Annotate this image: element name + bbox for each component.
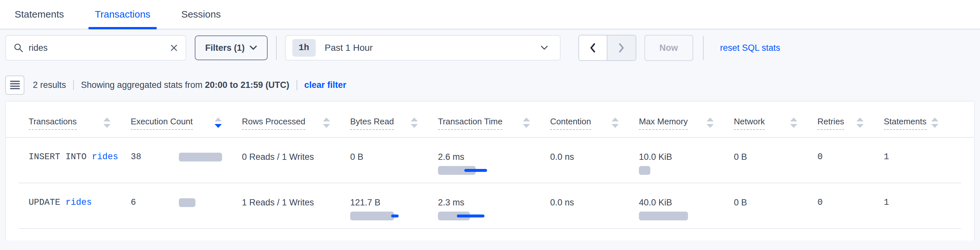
column-header-transactions[interactable]: Transactions bbox=[29, 117, 131, 137]
max-memory-cell: 10.0 KiB bbox=[639, 138, 734, 183]
column-header-network[interactable]: Network bbox=[734, 117, 818, 137]
column-header-label[interactable]: Execution Count bbox=[131, 117, 193, 130]
column-header-label[interactable]: Bytes Read bbox=[350, 117, 394, 130]
transactions-table: TransactionsExecution CountRows Processe… bbox=[5, 101, 975, 240]
chevron-right-icon bbox=[617, 42, 625, 53]
transaction-time-cell: 2.6 ms bbox=[438, 138, 550, 183]
column-header-bytes-read[interactable]: Bytes Read bbox=[350, 117, 438, 137]
sort-icon[interactable] bbox=[611, 117, 619, 128]
previous-time-range-button[interactable] bbox=[579, 35, 608, 60]
tab-sessions[interactable]: Sessions bbox=[175, 0, 227, 29]
divider bbox=[296, 80, 297, 90]
column-header-execution-count[interactable]: Execution Count bbox=[131, 117, 242, 137]
table-row: INSERT INTO rides380 Reads / 1 Writes0 B… bbox=[6, 138, 974, 183]
filters-button[interactable]: Filters (1) bbox=[195, 35, 267, 60]
contention-value: 0.0 ns bbox=[550, 197, 639, 208]
column-header-statements[interactable]: Statements bbox=[884, 117, 959, 137]
column-header-label[interactable]: Max Memory bbox=[639, 117, 688, 130]
sort-icon[interactable] bbox=[706, 117, 714, 128]
network-cell: 0 B bbox=[734, 183, 818, 229]
now-button[interactable]: Now bbox=[644, 35, 693, 61]
column-header-contention[interactable]: Contention bbox=[550, 117, 639, 137]
execution-count-cell: 38 bbox=[131, 138, 242, 183]
divider bbox=[73, 80, 74, 90]
transaction-time-bar bbox=[438, 212, 550, 220]
search-box[interactable] bbox=[5, 35, 186, 61]
column-selector-button[interactable] bbox=[5, 75, 24, 95]
execution-count-line: 6 bbox=[131, 197, 242, 207]
next-time-range-button[interactable] bbox=[608, 35, 636, 60]
search-input[interactable] bbox=[29, 43, 170, 53]
column-header-label[interactable]: Transactions bbox=[29, 117, 77, 130]
bar-gray bbox=[639, 212, 688, 220]
tab-label: Statements bbox=[14, 9, 64, 20]
execution-count-bar bbox=[179, 153, 222, 162]
sort-icon[interactable] bbox=[789, 117, 798, 128]
sort-icon[interactable] bbox=[856, 117, 864, 128]
sort-icon[interactable] bbox=[931, 117, 939, 128]
execution-count-value: 6 bbox=[131, 197, 179, 207]
column-header-transaction-time[interactable]: Transaction Time bbox=[438, 117, 550, 137]
transaction-time-cell: 2.3 ms bbox=[438, 183, 550, 229]
tab-label: Sessions bbox=[181, 9, 221, 20]
column-header-max-memory[interactable]: Max Memory bbox=[639, 117, 734, 137]
max-memory-value: 10.0 KiB bbox=[639, 152, 734, 162]
sort-icon[interactable] bbox=[522, 117, 531, 128]
transaction-fingerprint-link[interactable]: rides bbox=[65, 197, 92, 207]
column-header-retries[interactable]: Retries bbox=[818, 117, 884, 137]
column-header-label[interactable]: Retries bbox=[818, 117, 844, 130]
close-icon[interactable] bbox=[170, 44, 178, 52]
bytes-read-bar bbox=[350, 212, 438, 220]
divider bbox=[703, 36, 704, 60]
execution-count-cell: 6 bbox=[131, 183, 242, 229]
sort-icon[interactable] bbox=[322, 117, 331, 128]
search-icon bbox=[14, 43, 24, 53]
clear-filter-link[interactable]: clear filter bbox=[304, 80, 346, 90]
statements-cell: 1 bbox=[884, 138, 959, 183]
sql-activity-page: Statements Transactions Sessions bbox=[0, 0, 980, 250]
max-memory-bar bbox=[639, 212, 734, 220]
reset-sql-stats-link[interactable]: reset SQL stats bbox=[720, 43, 780, 53]
table-row: UPDATE rides61 Reads / 1 Writes121.7 B2.… bbox=[6, 183, 974, 229]
column-header-label[interactable]: Network bbox=[734, 117, 765, 130]
bytes-read-cell: 121.7 B bbox=[350, 183, 438, 229]
column-header-label[interactable]: Transaction Time bbox=[438, 117, 502, 130]
bar-gray bbox=[639, 166, 650, 175]
transaction-time-bar bbox=[438, 166, 550, 175]
tab-statements[interactable]: Statements bbox=[8, 0, 70, 29]
retries-cell: 0 bbox=[818, 183, 884, 229]
bar-blue bbox=[464, 169, 487, 172]
contention-value: 0.0 ns bbox=[550, 152, 639, 162]
results-count: 2 results bbox=[33, 80, 66, 90]
sort-icon[interactable] bbox=[103, 117, 111, 128]
bar-blue bbox=[391, 215, 399, 218]
table-header-row: TransactionsExecution CountRows Processe… bbox=[6, 101, 974, 138]
bytes-read-value: 0 B bbox=[350, 152, 438, 162]
filter-row: Filters (1) 1h Past 1 Hour bbox=[5, 30, 975, 61]
transaction-fingerprint-link[interactable]: rides bbox=[92, 152, 118, 162]
retries-cell: 0 bbox=[818, 138, 884, 183]
column-header-label[interactable]: Contention bbox=[550, 117, 591, 130]
sort-icon[interactable] bbox=[214, 117, 223, 128]
max-memory-value: 40.0 KiB bbox=[639, 197, 734, 208]
transaction-time-value: 2.6 ms bbox=[438, 152, 550, 162]
transaction-fingerprint-cell: UPDATE rides bbox=[29, 183, 131, 229]
time-range-selector[interactable]: 1h Past 1 Hour bbox=[285, 35, 560, 61]
execution-count-bar bbox=[179, 198, 196, 207]
column-header-rows-processed[interactable]: Rows Processed bbox=[242, 117, 350, 137]
showing-stats-prefix: Showing aggregated stats from bbox=[81, 80, 202, 90]
divider bbox=[276, 36, 277, 60]
tab-transactions[interactable]: Transactions bbox=[88, 0, 157, 29]
transaction-time-value: 2.3 ms bbox=[438, 197, 550, 208]
bar-blue bbox=[457, 215, 484, 218]
column-header-label[interactable]: Statements bbox=[884, 117, 927, 130]
column-header-label[interactable]: Rows Processed bbox=[242, 117, 305, 130]
results-bar: 2 results Showing aggregated stats from … bbox=[5, 75, 975, 95]
bar-gray bbox=[350, 212, 394, 220]
time-range-label: Past 1 Hour bbox=[325, 43, 540, 53]
rows-processed-cell: 1 Reads / 1 Writes bbox=[242, 183, 350, 229]
sort-icon[interactable] bbox=[410, 117, 418, 128]
content-area: Filters (1) 1h Past 1 Hour bbox=[0, 30, 980, 250]
bytes-read-value: 121.7 B bbox=[350, 197, 438, 208]
time-range-nav bbox=[578, 35, 636, 61]
